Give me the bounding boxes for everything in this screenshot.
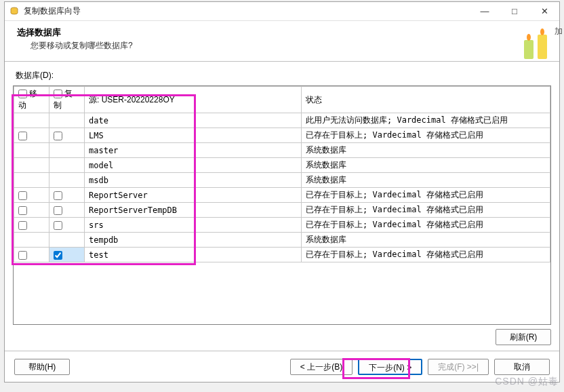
watermark: CSDN @姑毒 bbox=[495, 376, 559, 388]
status-cell: 已存在于目标上; Vardecimal 存储格式已启用 bbox=[302, 248, 550, 262]
move-cell bbox=[14, 113, 49, 128]
table-row[interactable]: LMS已存在于目标上; Vardecimal 存储格式已启用 bbox=[14, 128, 550, 143]
table-row[interactable]: ReportServerTempDB已存在于目标上; Vardecimal 存储… bbox=[14, 203, 550, 218]
copy-cell bbox=[49, 143, 85, 158]
status-cell: 系统数据库 bbox=[302, 173, 550, 188]
copy-header-checkbox[interactable] bbox=[54, 90, 62, 98]
wizard-header: 选择数据库 您要移动或复制哪些数据库? bbox=[5, 21, 559, 62]
status-cell: 此用户无法访问数据库; Vardecimal 存储格式已启用 bbox=[302, 113, 550, 128]
source-cell: master bbox=[85, 143, 302, 158]
copy-cell bbox=[49, 188, 85, 203]
copy-cell bbox=[49, 203, 85, 218]
status-cell: 已存在于目标上; Vardecimal 存储格式已启用 bbox=[302, 128, 550, 143]
page-heading: 选择数据库 bbox=[17, 26, 548, 39]
window-title: 复制数据库向导 bbox=[24, 5, 81, 17]
move-cell bbox=[14, 233, 49, 248]
move-checkbox[interactable] bbox=[18, 251, 27, 260]
source-cell: date bbox=[85, 113, 302, 128]
close-button[interactable]: ✕ bbox=[529, 2, 559, 21]
database-label: 数据库(D): bbox=[13, 70, 551, 81]
page-subtext: 您要移动或复制哪些数据库? bbox=[17, 40, 548, 52]
col-header-copy[interactable]: 复制 bbox=[49, 87, 85, 113]
status-cell: 已存在于目标上; Vardecimal 存储格式已启用 bbox=[302, 188, 550, 203]
table-row[interactable]: master系统数据库 bbox=[14, 143, 550, 158]
header-graphic bbox=[512, 21, 559, 62]
col-header-move[interactable]: 移动 bbox=[14, 87, 49, 113]
source-cell: tempdb bbox=[85, 233, 302, 248]
status-cell: 系统数据库 bbox=[302, 233, 550, 248]
copy-cell bbox=[49, 248, 85, 262]
database-table-wrapper: 移动 复制 源: USER-20220228OY 状态 date此用户无法访问数… bbox=[13, 85, 551, 325]
col-header-status[interactable]: 状态 bbox=[302, 87, 550, 113]
app-icon bbox=[9, 6, 20, 17]
table-row[interactable]: tempdb系统数据库 bbox=[14, 233, 550, 248]
move-cell bbox=[14, 218, 49, 233]
refresh-row: 刷新(R) bbox=[13, 329, 551, 345]
minimize-button[interactable]: — bbox=[470, 2, 500, 21]
move-cell bbox=[14, 128, 49, 143]
move-checkbox[interactable] bbox=[18, 221, 27, 230]
copy-cell bbox=[49, 233, 85, 248]
status-cell: 系统数据库 bbox=[302, 158, 550, 173]
move-cell bbox=[14, 158, 49, 173]
wizard-footer: 帮助(H) < 上一步(B) 下一步(N) > 完成(F) >>| 取消 bbox=[5, 351, 559, 382]
window-controls: — □ ✕ bbox=[470, 2, 559, 21]
move-cell bbox=[14, 173, 49, 188]
source-cell: ReportServerTempDB bbox=[85, 203, 302, 218]
svg-rect-1 bbox=[524, 40, 533, 59]
move-cell bbox=[14, 143, 49, 158]
move-checkbox[interactable] bbox=[18, 132, 27, 140]
source-cell: srs bbox=[85, 218, 302, 233]
status-cell: 已存在于目标上; Vardecimal 存储格式已启用 bbox=[302, 203, 550, 218]
copy-cell bbox=[49, 218, 85, 233]
copy-checkbox[interactable] bbox=[54, 251, 62, 260]
move-cell bbox=[14, 203, 49, 218]
source-cell: ReportServer bbox=[85, 188, 302, 203]
next-button[interactable]: 下一步(N) > bbox=[358, 359, 422, 375]
back-button[interactable]: < 上一步(B) bbox=[290, 359, 352, 375]
content-area: 数据库(D): 移动 复制 源: USER-20220228OY 状 bbox=[5, 62, 559, 351]
table-row[interactable]: model系统数据库 bbox=[14, 158, 550, 173]
copy-cell bbox=[49, 173, 85, 188]
refresh-button[interactable]: 刷新(R) bbox=[496, 329, 551, 345]
source-cell: model bbox=[85, 158, 302, 173]
wizard-window: 复制数据库向导 — □ ✕ 选择数据库 您要移动或复制哪些数据库? 数据库(D)… bbox=[4, 1, 560, 383]
source-cell: msdb bbox=[85, 173, 302, 188]
svg-point-3 bbox=[527, 34, 531, 41]
svg-rect-2 bbox=[538, 35, 547, 59]
status-cell: 系统数据库 bbox=[302, 143, 550, 158]
finish-button: 完成(F) >>| bbox=[428, 359, 489, 375]
copy-checkbox[interactable] bbox=[54, 221, 62, 230]
status-cell: 已存在于目标上; Vardecimal 存储格式已启用 bbox=[302, 218, 550, 233]
titlebar: 复制数据库向导 — □ ✕ bbox=[5, 2, 559, 21]
move-cell bbox=[14, 188, 49, 203]
help-button[interactable]: 帮助(H) bbox=[14, 359, 70, 375]
move-header-checkbox[interactable] bbox=[18, 90, 27, 98]
move-cell bbox=[14, 248, 49, 262]
move-checkbox[interactable] bbox=[18, 206, 27, 215]
table-row[interactable]: ReportServer已存在于目标上; Vardecimal 存储格式已启用 bbox=[14, 188, 550, 203]
move-checkbox[interactable] bbox=[18, 191, 27, 200]
col-header-source[interactable]: 源: USER-20220228OY bbox=[85, 87, 302, 113]
database-table: 移动 复制 源: USER-20220228OY 状态 date此用户无法访问数… bbox=[14, 86, 550, 262]
copy-cell bbox=[49, 113, 85, 128]
svg-point-4 bbox=[540, 28, 544, 35]
table-row[interactable]: srs已存在于目标上; Vardecimal 存储格式已启用 bbox=[14, 218, 550, 233]
table-row[interactable]: date此用户无法访问数据库; Vardecimal 存储格式已启用 bbox=[14, 113, 550, 128]
copy-checkbox[interactable] bbox=[54, 206, 62, 215]
cancel-button[interactable]: 取消 bbox=[494, 359, 550, 375]
source-cell: LMS bbox=[85, 128, 302, 143]
maximize-button[interactable]: □ bbox=[500, 2, 529, 21]
copy-checkbox[interactable] bbox=[54, 132, 62, 140]
table-row[interactable]: test已存在于目标上; Vardecimal 存储格式已启用 bbox=[14, 248, 550, 262]
table-row[interactable]: msdb系统数据库 bbox=[14, 173, 550, 188]
cutoff-label: 加 bbox=[553, 24, 564, 39]
copy-cell bbox=[49, 158, 85, 173]
copy-cell bbox=[49, 128, 85, 143]
copy-checkbox[interactable] bbox=[54, 191, 62, 200]
source-cell: test bbox=[85, 248, 302, 262]
